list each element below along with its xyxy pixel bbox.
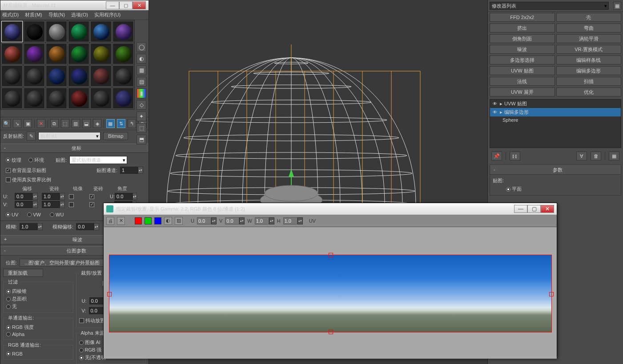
red-channel-button[interactable] [135, 217, 142, 224]
mat-id-icon[interactable]: ⬒ [137, 135, 146, 144]
pin-stack-button[interactable]: 📌 [491, 152, 502, 160]
sample-slot[interactable] [90, 65, 112, 87]
filter-summed-radio[interactable]: 总面积 [6, 296, 70, 302]
sample-slot[interactable] [68, 88, 89, 109]
select-by-mat-icon[interactable]: ⬚ [137, 123, 146, 133]
crop-w-input[interactable]: ▴▾ [255, 217, 274, 224]
sample-slot[interactable] [68, 43, 89, 64]
rgb-out-radio[interactable]: RGB [6, 351, 70, 356]
sample-slot[interactable] [113, 65, 134, 87]
u-offset-spinner[interactable]: ▴▾ [15, 193, 39, 200]
make-unique-button[interactable]: ∀ [576, 152, 587, 160]
mod-button[interactable]: 弯曲 [556, 24, 622, 32]
make-unique-button[interactable]: ⬚ [61, 119, 69, 128]
green-channel-button[interactable] [145, 217, 152, 224]
make-copy-button[interactable]: ⧉ [50, 119, 59, 128]
blur-offset-spinner[interactable]: ▴▾ [76, 223, 99, 230]
crop-handle-left[interactable] [107, 292, 112, 296]
crop-maximize-button[interactable]: ▢ [527, 205, 541, 213]
crop-minimize-button[interactable]: — [514, 205, 527, 213]
mod-button[interactable]: 编辑多边形 [556, 66, 622, 75]
delete-icon[interactable]: ✕ [117, 217, 125, 225]
maximize-button[interactable]: ▢ [119, 1, 133, 9]
real-world-check[interactable]: 使用真实世界比例 [6, 176, 51, 183]
mono-button[interactable]: ▨ [175, 217, 183, 225]
sample-slot[interactable] [24, 88, 45, 109]
params-header[interactable]: -参数 [490, 165, 621, 175]
filter-pyramid-radio[interactable]: 四棱锥 [6, 288, 70, 295]
sample-type-icon[interactable]: ◯ [137, 42, 146, 52]
modifier-stack[interactable]: 👁▸UVW 贴图 👁▸编辑多边形 Sphere [490, 99, 621, 148]
crop-handle-bottom[interactable] [329, 330, 333, 334]
put-mat-button[interactable]: ↘ [13, 119, 21, 128]
uv-radio[interactable]: UV [6, 212, 18, 217]
background-icon[interactable]: ▦ [137, 65, 146, 75]
sample-slot[interactable] [90, 21, 112, 42]
plane-radio[interactable]: 平面 [506, 186, 618, 192]
sample-slot[interactable] [46, 65, 67, 87]
sample-slot[interactable] [113, 88, 134, 109]
sample-slot[interactable] [24, 21, 45, 42]
sample-slot[interactable] [68, 21, 89, 42]
mod-button[interactable]: 壳 [556, 13, 622, 22]
alpha-channel-button[interactable]: ◐ [164, 217, 172, 225]
v-offset-spinner[interactable]: ▴▾ [15, 201, 39, 208]
sample-slot[interactable] [113, 21, 134, 42]
u-tile-spinner[interactable]: ▴▾ [42, 193, 66, 200]
modifier-list-combo[interactable]: 修改器列表 [490, 2, 609, 10]
mod-button[interactable]: 涡轮平滑 [556, 34, 622, 43]
material-editor-titlebar[interactable]: 材质编辑器 - Material #1 — ▢ ✕ [0, 0, 149, 10]
mod-button[interactable]: 法线 [490, 77, 555, 86]
configure-sets-button[interactable]: ▦ [609, 152, 619, 160]
get-mat-button[interactable]: 🔍 [2, 119, 11, 128]
u-mirror-check[interactable] [69, 194, 87, 199]
show-end-result-button[interactable]: ⫿⫿ [510, 152, 520, 160]
menu-material[interactable]: 材质(M) [25, 12, 42, 18]
mod-button[interactable]: 扫描 [556, 77, 622, 86]
mono-rgb-radio[interactable]: RGB 强度 [6, 324, 70, 331]
go-parent-button[interactable]: ↰ [128, 119, 136, 128]
pick-map-icon[interactable]: ✎ [27, 132, 36, 140]
mod-button[interactable]: 多边形选择 [490, 56, 555, 64]
show-back-check[interactable]: ✓在背面显示贴图 [6, 167, 46, 174]
crop-h-input[interactable]: ▴▾ [283, 217, 303, 224]
mono-alpha-radio[interactable]: Alpha [6, 332, 70, 337]
sample-slot[interactable] [68, 65, 89, 87]
uv-tile-icon[interactable]: ▤ [137, 77, 146, 87]
crop-u-input[interactable]: ▴▾ [197, 217, 217, 224]
sample-slot[interactable] [46, 88, 67, 109]
put-to-lib-button[interactable]: ▥ [72, 119, 80, 128]
u-tile-check[interactable]: ✓ [89, 194, 107, 199]
v-tile-spinner[interactable]: ▴▾ [42, 201, 66, 208]
options-icon[interactable]: ✦ [137, 112, 146, 121]
show-end-button[interactable]: ◈ [93, 119, 101, 128]
remove-mod-button[interactable]: 🗑 [591, 152, 601, 160]
mod-button[interactable]: UVW 展开 [490, 88, 555, 96]
sample-slot[interactable] [90, 43, 112, 64]
minimize-button[interactable]: — [106, 1, 119, 9]
mod-button[interactable]: 挤出 [490, 24, 555, 32]
video-check-icon[interactable]: ▮ [137, 88, 146, 98]
map-type-button[interactable]: Bitmap [103, 132, 128, 140]
coordinates-rollout-header[interactable]: -坐标 [0, 144, 149, 153]
mod-button[interactable]: 噪波 [490, 45, 555, 54]
show-map-button[interactable]: ▦ [106, 119, 115, 128]
map-channel-type-combo[interactable]: 显式贴图通道 [69, 156, 127, 164]
menu-mode[interactable]: 模式(D) [2, 12, 19, 18]
wu-radio[interactable]: WU [50, 212, 64, 217]
stack-item[interactable]: Sphere [490, 116, 621, 124]
texture-radio[interactable]: 纹理 [6, 157, 21, 164]
sample-slot[interactable] [46, 21, 67, 42]
show-result-button[interactable]: ⇅ [117, 119, 125, 128]
blue-channel-button[interactable] [154, 217, 161, 224]
sample-slot[interactable] [24, 65, 45, 87]
sample-slot[interactable] [90, 88, 112, 109]
menu-utilities[interactable]: 实用程序(U) [94, 12, 121, 18]
mod-button[interactable]: 倒角剖面 [490, 34, 555, 43]
mod-button[interactable]: FFD 2x2x2 [490, 13, 555, 22]
mod-button[interactable]: VR-置换模式 [556, 45, 622, 54]
v-mirror-check[interactable] [69, 202, 87, 207]
sample-slot[interactable] [113, 43, 134, 64]
stack-item[interactable]: 👁▸编辑多边形 [490, 108, 621, 116]
mod-button[interactable]: 优化 [556, 88, 622, 96]
